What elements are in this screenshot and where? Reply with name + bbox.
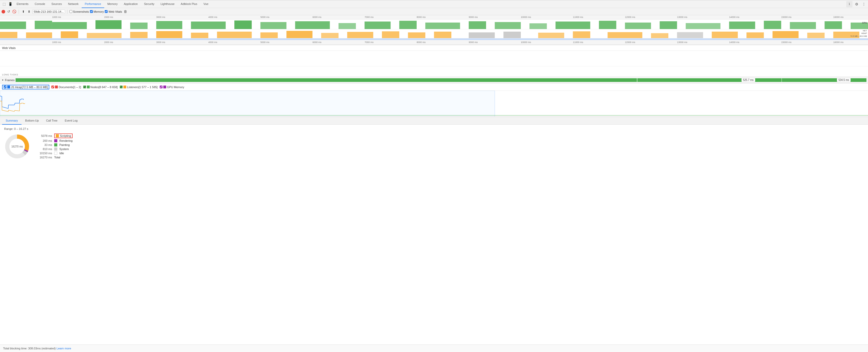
legend-listeners[interactable]: Listeners[1 577 – 1 585] bbox=[120, 86, 158, 89]
ruler-tick-9000: 9000 ms bbox=[469, 16, 478, 19]
tab-security[interactable]: Security bbox=[141, 0, 157, 8]
screenshots-checkbox-label[interactable]: Screenshots bbox=[69, 10, 89, 13]
legend-documents-color bbox=[55, 86, 58, 88]
ts-7000: 7000 ms bbox=[365, 41, 374, 43]
tab-bar-right: 1 ⚙ ⋮ bbox=[846, 1, 867, 7]
web-vitals-checkbox[interactable] bbox=[105, 10, 107, 13]
tab-sources[interactable]: Sources bbox=[48, 0, 65, 8]
tab-bottom-up[interactable]: Bottom-Up bbox=[22, 117, 42, 125]
svg-rect-8 bbox=[260, 22, 286, 29]
total-ms-cell: 16270 ms bbox=[35, 156, 52, 159]
cpu-label: CPU bbox=[862, 22, 867, 24]
svg-rect-24 bbox=[790, 22, 816, 29]
legend-js-heap-checkbox[interactable] bbox=[4, 86, 6, 88]
donut-total-ms: 16270 ms bbox=[11, 145, 23, 148]
legend-listeners-checkbox[interactable] bbox=[120, 86, 123, 88]
svg-rect-1 bbox=[35, 21, 52, 29]
performance-toolbar: ↺ 🚫 ⬆ ⬇ 59db-213-160-131-14... Screensho… bbox=[0, 8, 868, 15]
legend-nodes-checkbox[interactable] bbox=[83, 86, 86, 88]
svg-rect-41 bbox=[503, 32, 521, 38]
tab-memory[interactable]: Memory bbox=[104, 0, 121, 8]
record-button[interactable] bbox=[2, 10, 5, 13]
idle-color bbox=[54, 152, 57, 155]
trash-button[interactable]: 🗑 bbox=[124, 9, 127, 13]
svg-rect-18 bbox=[599, 21, 616, 29]
frames-collapse-icon[interactable]: ▼ bbox=[2, 79, 4, 82]
ts-6000: 6000 ms bbox=[312, 41, 321, 43]
legend-gpu-memory-checkbox[interactable] bbox=[160, 86, 162, 88]
learn-more-link[interactable]: Learn more bbox=[57, 347, 71, 350]
ts-13000: 13000 ms bbox=[677, 41, 687, 43]
svg-rect-42 bbox=[677, 32, 703, 38]
web-vitals-label: Web Vitals bbox=[108, 10, 122, 13]
download-button[interactable]: ⬇ bbox=[27, 9, 31, 14]
long-tasks-label: LONG TASKS bbox=[2, 73, 18, 76]
session-dropdown[interactable]: 59db-213-160-131-14... bbox=[32, 9, 65, 14]
upload-button[interactable]: ⬆ bbox=[21, 9, 26, 14]
summary-legend-table: 5078 ms Scripting 200 ms Rendering bbox=[35, 133, 87, 159]
screenshots-checkbox[interactable] bbox=[69, 10, 72, 13]
inspect-icon[interactable]: ⬚ bbox=[1, 1, 7, 7]
legend-documents-checkbox[interactable] bbox=[51, 86, 54, 88]
device-icon[interactable]: 📱 bbox=[7, 1, 13, 7]
svg-rect-40 bbox=[469, 32, 495, 38]
system-color bbox=[54, 148, 57, 151]
legend-nodes[interactable]: Nodes[8 647 – 8 658] bbox=[83, 86, 118, 89]
memory-checkbox[interactable] bbox=[90, 10, 93, 13]
summary-content: 16270 ms 5078 ms Scripting bbox=[4, 133, 864, 159]
svg-rect-33 bbox=[191, 33, 209, 38]
frame-badge-2: 534.5 ms bbox=[837, 78, 850, 82]
painting-label: Painting bbox=[59, 143, 70, 147]
svg-rect-34 bbox=[217, 32, 252, 38]
svg-rect-52 bbox=[807, 33, 825, 38]
toolbar-separator-1 bbox=[19, 9, 19, 14]
frame-badge-1: 525.7 ms bbox=[742, 78, 755, 82]
tab-application[interactable]: Application bbox=[121, 0, 141, 8]
settings-icon[interactable]: ⚙ bbox=[854, 1, 860, 7]
clear-button[interactable]: 🚫 bbox=[12, 9, 17, 14]
system-label: System bbox=[59, 148, 69, 151]
legend-js-heap-color bbox=[7, 86, 10, 88]
legend-js-heap[interactable]: JS Heap[72.5 MB – 80.6 MB] bbox=[2, 85, 49, 89]
tab-network[interactable]: Network bbox=[65, 0, 82, 8]
tab-adblock[interactable]: Adblock Plus bbox=[178, 0, 200, 8]
top-ruler: ruler ticks 1000 ms 2000 ms 3000 ms 4000… bbox=[0, 15, 868, 20]
legend-documents[interactable]: Documents[1 – 2] bbox=[51, 86, 81, 89]
ruler-tick-13000: 13000 ms bbox=[677, 16, 687, 19]
tab-lighthouse[interactable]: Lighthouse bbox=[157, 0, 178, 8]
ts-14000: 14000 ms bbox=[729, 41, 739, 43]
tab-event-log[interactable]: Event Log bbox=[61, 117, 82, 125]
more-icon[interactable]: ⋮ bbox=[861, 1, 867, 7]
memory-overview-track: NET HEAP 72.5 MB – 80.6 MB bbox=[0, 29, 868, 38]
svg-rect-9 bbox=[295, 21, 330, 29]
tab-performance[interactable]: Performance bbox=[82, 0, 104, 8]
svg-rect-19 bbox=[625, 23, 651, 29]
svg-rect-3 bbox=[95, 20, 121, 29]
svg-rect-12 bbox=[399, 21, 416, 29]
svg-rect-48 bbox=[651, 33, 669, 38]
memory-chart-svg bbox=[0, 29, 868, 38]
ts-10000: 10000 ms bbox=[521, 41, 531, 43]
cpu-track: CPU bbox=[0, 20, 868, 29]
svg-rect-4 bbox=[130, 23, 148, 29]
web-vitals-label: Web Vitals bbox=[2, 46, 16, 50]
idle-label: Idle bbox=[59, 152, 64, 155]
tab-vue[interactable]: Vue bbox=[200, 0, 212, 8]
tab-console[interactable]: Console bbox=[32, 0, 48, 8]
painting-color bbox=[54, 143, 57, 147]
tab-call-tree[interactable]: Call Tree bbox=[42, 117, 61, 125]
total-label: Total bbox=[54, 156, 60, 159]
tab-elements[interactable]: Elements bbox=[13, 0, 32, 8]
ruler-tick-8000: 8000 ms bbox=[416, 16, 426, 19]
spacer-area bbox=[0, 51, 868, 66]
memory-checkbox-label[interactable]: Memory bbox=[90, 10, 104, 13]
legend-gpu-memory[interactable]: GPU Memory bbox=[160, 86, 184, 89]
panel-count-badge: 1 bbox=[846, 1, 852, 7]
tab-summary[interactable]: Summary bbox=[2, 117, 22, 125]
reload-button[interactable]: ↺ bbox=[6, 9, 11, 14]
svg-rect-43 bbox=[408, 32, 426, 38]
web-vitals-checkbox-label[interactable]: Web Vitals bbox=[105, 10, 122, 13]
svg-rect-7 bbox=[235, 21, 252, 29]
svg-rect-17 bbox=[556, 22, 590, 29]
rendering-label: Rendering bbox=[59, 139, 72, 142]
